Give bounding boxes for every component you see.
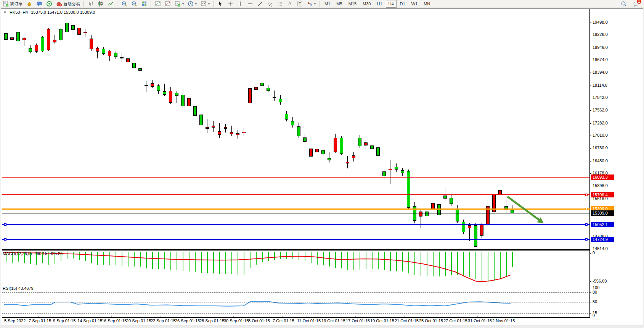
arrows-button[interactable]: ▾ <box>305 0 318 8</box>
trendline-button[interactable] <box>255 0 265 8</box>
templates-button[interactable]: ▾ <box>199 0 212 8</box>
price-axis-label: 18674.0 <box>593 57 608 62</box>
price-axis-label: 17282.0 <box>593 121 608 125</box>
messenger-icon <box>36 1 42 7</box>
rsi-axis-label: 100 <box>593 285 599 290</box>
timeframe-button-m5[interactable]: M5 <box>334 0 345 8</box>
objects-window-icon <box>165 1 171 7</box>
chat-button[interactable]: 1 <box>631 0 641 8</box>
timeframe-button-d1[interactable]: D1 <box>397 0 408 8</box>
zoom-in-button[interactable] <box>119 0 129 8</box>
toolbar-separator <box>213 1 214 7</box>
axis-tick <box>590 313 591 313</box>
horizontal-line-button[interactable] <box>245 0 255 8</box>
equidistant-channel-icon: E <box>267 1 273 7</box>
alarm-button[interactable] <box>24 0 34 8</box>
bar-chart-icon <box>88 1 94 7</box>
toolbar-group <box>86 0 116 8</box>
timeframe-button-w1[interactable]: W1 <box>409 0 421 8</box>
svg-text:E: E <box>271 5 272 7</box>
timeframe-button-m30[interactable]: M30 <box>360 0 373 8</box>
crosshair-button[interactable] <box>225 0 235 8</box>
price-axis-label: 18946.0 <box>593 45 608 50</box>
price-axis-label: 17562.0 <box>593 108 608 112</box>
timeframe-button-h4[interactable]: H4 <box>386 0 397 8</box>
new-order-button[interactable]: 新订单 <box>1 0 24 8</box>
macd-axis-label: -556.09 <box>593 279 607 283</box>
axis-tick <box>590 148 591 149</box>
price-axis-label: 19498.0 <box>593 20 608 24</box>
axis-tick <box>590 292 591 293</box>
symbol-period-label: HK50-,H4 <box>10 10 28 15</box>
vertical-line-button[interactable] <box>235 0 245 8</box>
equidistant-channel-button[interactable]: E <box>265 0 275 8</box>
text-label-button[interactable]: T <box>295 0 305 8</box>
toolbar-right: 1 <box>619 0 643 8</box>
trend-arrow-object[interactable] <box>1 9 589 325</box>
price-axis-label: 15898.0 <box>593 183 608 188</box>
price-tag: 15706.4 <box>591 192 614 197</box>
axis-tick <box>590 48 591 48</box>
line-chart-button[interactable] <box>106 0 116 8</box>
timeframe-group: M1M5M15M30H1H4D1W1MN <box>321 0 433 8</box>
rsi-label: RSI(15) 43.4679 <box>3 286 34 291</box>
candlestick-chart-icon <box>98 1 104 7</box>
axis-tick <box>590 86 591 86</box>
timeframe-button-h1[interactable]: H1 <box>374 0 385 8</box>
timeframe-button-m1[interactable]: M1 <box>322 0 333 8</box>
line-chart-icon <box>108 1 114 7</box>
tile-windows-icon <box>141 1 147 7</box>
periods-clock-button[interactable]: ▾ <box>186 0 199 8</box>
new-chart-button[interactable]: ▾ <box>173 0 186 8</box>
zoom-out-button[interactable] <box>129 0 139 8</box>
signals-icon <box>46 1 52 7</box>
new-order-label: 新订单 <box>10 1 22 7</box>
chat-icon: 1 <box>633 1 639 7</box>
price-axis-label: 18114.0 <box>593 83 607 87</box>
horizontal-line-icon <box>247 1 253 7</box>
axis-tick <box>590 288 591 288</box>
chevron-down-icon[interactable]: ▼ <box>3 11 6 14</box>
timeframe-button-m15[interactable]: M15 <box>346 0 359 8</box>
chart-title: ▼ HK50-,H4 15375.0 15471.0 15300.0 15309… <box>3 10 95 15</box>
price-tag: 16093.3 <box>591 175 614 180</box>
axis-tick <box>590 23 591 23</box>
macd-axis-label: 0 <box>593 250 595 255</box>
axis-tick <box>590 249 591 249</box>
bar-chart-button[interactable] <box>86 0 96 8</box>
new-chart-icon <box>175 1 181 7</box>
axis-tick <box>590 199 591 199</box>
price-axis-label: 16730.0 <box>593 145 608 150</box>
signals-button[interactable] <box>44 0 54 8</box>
indicators-icon <box>155 1 161 7</box>
svg-text:A: A <box>288 1 291 6</box>
axis-tick <box>590 136 591 136</box>
axis-tick <box>590 186 591 186</box>
chart-window: ▼ HK50-,H4 15375.0 15471.0 15300.0 15309… <box>1 8 643 325</box>
autotrading-label: 自动交易 <box>63 1 80 7</box>
candlestick-chart-button[interactable] <box>96 0 106 8</box>
trendline-icon <box>257 1 263 7</box>
search-button[interactable] <box>619 0 629 8</box>
indicators-button[interactable] <box>153 0 163 8</box>
ohlc-values: 15375.0 15471.0 15300.0 15309.0 <box>31 10 95 15</box>
search-icon <box>621 1 627 7</box>
axis-tick <box>590 316 591 316</box>
tile-windows-button[interactable] <box>139 0 149 8</box>
mt4-terminal: 新订单自动交易▾▾▾EFAT▾M1M5M15M30H1H4D1W1MN1 ▼ H… <box>0 0 644 328</box>
fibonacci-icon: F <box>277 1 283 7</box>
text-button[interactable]: A <box>285 0 295 8</box>
axis-tick <box>590 161 591 162</box>
fibonacci-button[interactable]: F <box>275 0 285 8</box>
svg-text:F: F <box>281 5 282 7</box>
objects-window-button[interactable] <box>163 0 173 8</box>
axis-tick <box>590 253 591 254</box>
autotrading-button[interactable]: 自动交易 <box>54 0 82 8</box>
price-axis-label: 19226.0 <box>593 32 608 37</box>
axis-tick <box>590 173 591 174</box>
cursor-button[interactable] <box>215 0 225 8</box>
axis-tick <box>590 123 591 124</box>
timeframe-button-mn[interactable]: MN <box>421 0 433 8</box>
price-axis[interactable]: 19498.019226.018946.018674.018394.018114… <box>589 9 643 325</box>
messenger-button[interactable] <box>34 0 44 8</box>
